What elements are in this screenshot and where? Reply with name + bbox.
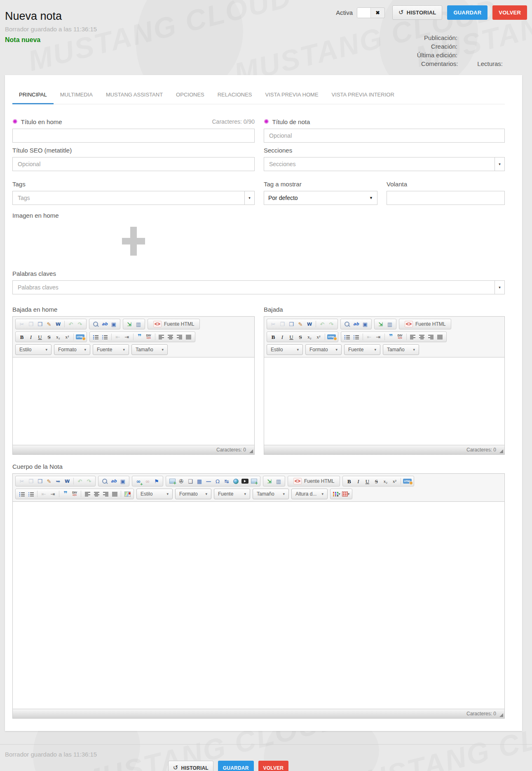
assistant-icon[interactable]: ✺: [264, 119, 269, 125]
find-icon[interactable]: [343, 320, 351, 328]
paste-special-icon[interactable]: ➥: [54, 477, 62, 485]
paste-word-icon[interactable]: W: [63, 477, 71, 485]
replace-icon[interactable]: ab: [352, 320, 360, 328]
volanta-input[interactable]: [387, 191, 505, 205]
anchor-icon[interactable]: ⚑: [152, 477, 161, 485]
assistant-icon[interactable]: ✺: [12, 119, 18, 125]
tab-principal[interactable]: PRINCIPAL: [12, 92, 54, 104]
cut-icon[interactable]: ✂: [18, 320, 26, 328]
align-center-icon[interactable]: [92, 490, 101, 498]
sup-icon[interactable]: x²: [314, 333, 323, 341]
tab-mustang-assistant[interactable]: MUSTANG ASSISTANT: [99, 92, 169, 104]
maximize-icon[interactable]: ⇲: [265, 477, 274, 485]
remove-format-icon[interactable]: HTML: [403, 477, 412, 485]
combo-fuente[interactable]: Fuente▾: [214, 489, 250, 499]
tab-vista-previa-home[interactable]: VISTA PREVIA HOME: [259, 92, 325, 104]
align-left-icon[interactable]: [83, 490, 91, 498]
paste-icon[interactable]: ❒: [36, 477, 44, 485]
image-icon[interactable]: [168, 477, 176, 485]
resize-handle[interactable]: [249, 449, 253, 453]
strike-icon[interactable]: S: [45, 333, 53, 341]
gmaps-icon[interactable]: [123, 490, 131, 498]
table-icon[interactable]: ▦: [195, 477, 204, 485]
combo-fuente[interactable]: Fuente▾: [93, 344, 129, 355]
paste-text-icon[interactable]: ✎: [296, 320, 305, 328]
cut-icon[interactable]: ✂: [18, 477, 26, 485]
div-icon[interactable]: DIV</>: [145, 333, 153, 341]
link-icon[interactable]: ∞: [134, 477, 143, 485]
select-all-icon[interactable]: ▣: [361, 320, 369, 328]
select-all-icon[interactable]: ▣: [119, 477, 127, 485]
embed-icon[interactable]: ❑: [186, 477, 195, 485]
italic-icon[interactable]: I: [27, 333, 35, 341]
outdent-icon[interactable]: ⇤: [365, 333, 373, 341]
quote-icon[interactable]: ❞: [387, 333, 395, 341]
select-all-icon[interactable]: ▣: [110, 320, 118, 328]
bold-icon[interactable]: B: [269, 333, 277, 341]
combo-estilo[interactable]: Estilo▾: [15, 344, 52, 355]
source-button[interactable]: <>Fuente HTML: [150, 320, 197, 328]
italic-icon[interactable]: I: [354, 477, 362, 485]
secciones-select[interactable]: ▾: [264, 157, 505, 171]
media-icon[interactable]: ✇: [177, 477, 185, 485]
hr-icon[interactable]: —: [204, 477, 213, 485]
add-image-dropzone[interactable]: [12, 222, 255, 260]
div-icon[interactable]: DIV</>: [396, 333, 404, 341]
colors-icon[interactable]: ▾: [333, 490, 341, 498]
secciones-input[interactable]: [264, 157, 495, 171]
paste-word-icon[interactable]: W: [305, 320, 314, 328]
copy-icon[interactable]: ❐: [27, 320, 35, 328]
align-right-icon[interactable]: [101, 490, 110, 498]
combo-formato[interactable]: Formato▾: [305, 344, 342, 355]
palabras-claves-input[interactable]: [13, 281, 495, 294]
pagebreak-icon[interactable]: ↹: [223, 477, 231, 485]
copy-icon[interactable]: ❐: [278, 320, 286, 328]
source-button[interactable]: <>Fuente HTML: [290, 477, 337, 485]
bold-icon[interactable]: B: [345, 477, 353, 485]
list-ul-icon[interactable]: [27, 490, 35, 498]
sub-icon[interactable]: x₂: [54, 333, 62, 341]
align-justify-icon[interactable]: [110, 490, 119, 498]
history-button[interactable]: ↺ HISTORIAL: [168, 761, 213, 771]
secciones-caret-button[interactable]: ▾: [495, 157, 504, 171]
replace-icon[interactable]: ab: [101, 320, 109, 328]
paste-icon[interactable]: ❒: [36, 320, 44, 328]
align-center-icon[interactable]: [418, 333, 426, 341]
combo-formato[interactable]: Formato▾: [175, 489, 211, 499]
globe-icon[interactable]: [232, 477, 240, 485]
list-ul-icon[interactable]: [352, 333, 361, 341]
combo-formato[interactable]: Formato▾: [54, 344, 90, 355]
sub-icon[interactable]: x₂: [305, 333, 314, 341]
sup-icon[interactable]: x²: [390, 477, 398, 485]
history-button[interactable]: ↺ HISTORIAL: [392, 5, 442, 20]
redo-icon[interactable]: ↷: [327, 320, 335, 328]
cuerpo-editing-area[interactable]: [13, 502, 504, 709]
unlink-icon[interactable]: ∞: [143, 477, 152, 485]
combo-tama-o[interactable]: Tamaño▾: [383, 344, 419, 355]
replace-icon[interactable]: ab: [110, 477, 118, 485]
tags-select[interactable]: ▾: [12, 191, 255, 205]
tags-caret-button[interactable]: ▾: [244, 191, 254, 205]
back-button[interactable]: VOLVER: [492, 5, 527, 20]
strike-icon[interactable]: S: [296, 333, 305, 341]
align-justify-icon[interactable]: [185, 333, 193, 341]
tab-multimedia[interactable]: MULTIMEDIA: [54, 92, 99, 104]
sup-icon[interactable]: x²: [63, 333, 71, 341]
bajada-home-editing-area[interactable]: [13, 357, 254, 445]
youtube-icon[interactable]: [241, 477, 249, 485]
paste-text-icon[interactable]: ✎: [45, 320, 53, 328]
paste-text-icon[interactable]: ✎: [45, 477, 53, 485]
outdent-icon[interactable]: ⇤: [114, 333, 122, 341]
combo-tama-o[interactable]: Tamaño▾: [253, 489, 289, 499]
italic-icon[interactable]: I: [278, 333, 286, 341]
paste-word-icon[interactable]: W: [54, 320, 62, 328]
tags-input[interactable]: [13, 191, 244, 205]
find-icon[interactable]: [91, 320, 100, 328]
align-left-icon[interactable]: [409, 333, 417, 341]
palabras-claves-select[interactable]: ▾: [12, 280, 505, 294]
palabras-claves-caret-button[interactable]: ▾: [495, 281, 504, 294]
combo-fuente[interactable]: Fuente▾: [344, 344, 380, 355]
source-button[interactable]: <>Fuente HTML: [401, 320, 449, 328]
list-ol-icon[interactable]: [92, 333, 100, 341]
align-right-icon[interactable]: [427, 333, 435, 341]
